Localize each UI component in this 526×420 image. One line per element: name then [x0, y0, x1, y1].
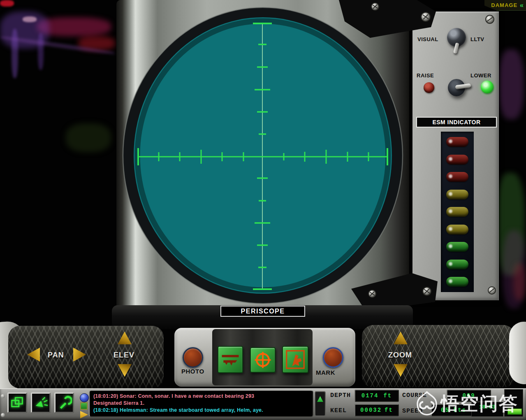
course-value: 009 — [462, 392, 475, 399]
wrench-button[interactable] — [54, 392, 74, 413]
green-indicator-button[interactable] — [80, 402, 88, 410]
esm-light-green — [446, 260, 468, 269]
log-line: (18:01:20) Sonar: Conn, sonar. I have a … — [93, 393, 309, 400]
bg-glow — [513, 263, 526, 300]
visual-label: VISUAL — [417, 36, 438, 42]
blue-indicator-button[interactable] — [80, 393, 89, 402]
time-display: 18:03 — [471, 402, 503, 417]
visual-lltv-knob[interactable] — [447, 28, 466, 47]
keel-value: 00032 — [360, 407, 382, 413]
damage-label: DAMAGE — [491, 2, 517, 8]
course-label: COURSE — [402, 392, 427, 399]
optics-panel: VISUAL LLTV RAISE LOWER ESM INDICATOR — [412, 12, 499, 300]
speed-value: 05 — [441, 407, 450, 413]
keel-label: KEEL — [330, 407, 347, 414]
esm-indicator-title: ESM INDICATOR — [416, 117, 497, 128]
mark-label: MARK — [316, 369, 335, 376]
lower-lamp — [481, 81, 494, 93]
contact-mark-button[interactable] — [282, 346, 308, 373]
course-value-box: 009 — [447, 390, 491, 402]
time-value: 18:03 — [479, 404, 495, 410]
reticle-view-button[interactable] — [250, 347, 276, 373]
esm-light-amber — [446, 225, 468, 234]
esm-light-red — [446, 137, 468, 147]
depth-value: 0174 — [361, 392, 379, 399]
periscope-cylinder — [116, 0, 409, 318]
bg-glow — [12, 29, 18, 78]
windows-button[interactable] — [7, 392, 27, 413]
depth-unit: ft — [383, 392, 392, 399]
photo-button[interactable] — [183, 347, 203, 368]
periscope-station-screen: VISUAL LLTV RAISE LOWER ESM INDICATOR — [0, 0, 526, 420]
up-triangle-icon — [317, 396, 323, 402]
esm-light-red — [446, 155, 468, 165]
play-button[interactable] — [80, 411, 88, 418]
elev-label: ELEV — [114, 351, 134, 360]
esm-light-green — [446, 242, 468, 252]
esm-light-red — [446, 172, 468, 182]
speed-value-box: 05 kts — [431, 404, 476, 416]
contact-ship-icon — [284, 348, 306, 371]
bg-glow — [23, 16, 37, 22]
esm-light-amber — [446, 207, 468, 217]
log-line: (18:02:18) Helmsman: Stream the starboar… — [93, 407, 309, 414]
damage-chevrons-icon[interactable]: « — [520, 3, 524, 7]
mark-button[interactable] — [323, 347, 343, 368]
photo-label: PHOTO — [181, 368, 204, 375]
alarm-button[interactable] — [31, 392, 51, 413]
pan-label: PAN — [48, 351, 64, 360]
reticle-icon — [252, 349, 273, 371]
keel-value-box: 00032 ft — [355, 404, 399, 416]
right-handle-cap — [509, 322, 526, 384]
speed-label: SPEED — [402, 408, 423, 415]
depth-value-box: 0174 ft — [355, 390, 399, 402]
esm-light-green — [446, 277, 468, 287]
bg-glow — [38, 33, 44, 70]
signal-gauge — [504, 389, 523, 417]
windows-icon — [9, 395, 25, 411]
alarm-icon — [33, 395, 49, 411]
depth-label: DEPTH — [330, 392, 351, 399]
depth-raise-button[interactable] — [315, 391, 326, 416]
bg-glow — [0, 0, 14, 7]
signal-bar — [507, 408, 522, 415]
periscope-nameplate: PERISCOPE — [220, 306, 305, 317]
zoom-label: ZOOM — [388, 351, 412, 360]
waterline-view-button[interactable] — [218, 346, 243, 373]
screw — [1, 394, 5, 398]
esm-light-strip — [441, 132, 474, 292]
right-handle[interactable] — [362, 325, 515, 388]
log-line: Designated Sierra 1. — [93, 400, 309, 407]
waterline-ship-icon — [220, 349, 241, 370]
keel-unit: ft — [385, 407, 393, 413]
left-handle[interactable] — [8, 326, 164, 388]
wrench-icon — [56, 395, 72, 411]
raise-lamp — [424, 82, 434, 93]
message-log: (18:01:20) Sonar: Conn, sonar. I have a … — [89, 390, 313, 417]
lltv-label: LLTV — [470, 36, 484, 42]
bg-glow — [66, 123, 111, 152]
bg-glow — [498, 49, 524, 119]
screw — [1, 413, 5, 417]
speed-unit: kts — [454, 407, 466, 413]
lower-label: LOWER — [470, 72, 491, 79]
esm-light-amber — [446, 190, 468, 200]
raise-label: RAISE — [417, 72, 434, 79]
damage-tab[interactable]: DAMAGE « — [484, 0, 526, 11]
